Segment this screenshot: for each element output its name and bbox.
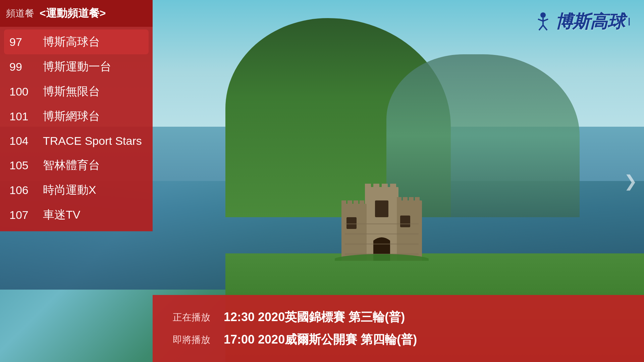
- channel-item-107[interactable]: 107車迷TV: [0, 202, 153, 227]
- channel-logo: 博斯高球 Ⅰ: [534, 10, 631, 34]
- channel-number: 101: [9, 110, 36, 123]
- svg-rect-9: [347, 200, 352, 206]
- svg-rect-3: [397, 200, 422, 261]
- channel-number: 107: [9, 208, 36, 222]
- svg-line-27: [543, 19, 548, 21]
- info-bar: 正在播放12:30 2020英國錦標賽 第三輪(普)即將播放17:00 2020…: [153, 295, 644, 362]
- svg-rect-10: [354, 200, 358, 206]
- logo-icon: [534, 12, 552, 32]
- sidebar-header: 頻道餐 <運動頻道餐>: [0, 0, 153, 27]
- svg-line-26: [538, 19, 543, 21]
- program-row: 正在播放12:30 2020英國錦標賽 第三輪(普): [173, 309, 624, 325]
- channel-name: 博斯無限台: [43, 84, 100, 99]
- channel-name: TRACE Sport Stars: [43, 134, 142, 147]
- svg-rect-14: [409, 197, 414, 203]
- section-title: <運動頻道餐>: [40, 6, 106, 21]
- castle: [335, 154, 429, 261]
- svg-rect-2: [341, 204, 367, 261]
- channel-number: 100: [9, 85, 36, 98]
- channel-name: 時尚運動X: [43, 182, 96, 198]
- svg-rect-7: [390, 184, 396, 190]
- svg-line-29: [543, 25, 547, 30]
- svg-rect-18: [400, 216, 410, 227]
- channel-item-104[interactable]: 104TRACE Sport Stars: [0, 129, 153, 153]
- program-status: 正在播放: [173, 311, 210, 324]
- svg-rect-8: [341, 200, 346, 206]
- svg-rect-16: [375, 200, 388, 217]
- breadcrumb: 頻道餐: [6, 7, 34, 20]
- svg-rect-11: [360, 200, 364, 206]
- channel-number: 97: [9, 36, 36, 49]
- channel-name: 博斯運動一台: [43, 59, 111, 74]
- channel-item-106[interactable]: 106時尚運動X: [0, 178, 153, 202]
- sidebar: 頻道餐 <運動頻道餐> 97博斯高球台99博斯運動一台100博斯無限台101博斯…: [0, 0, 153, 231]
- channel-name: 博斯高球台: [43, 34, 100, 50]
- channel-item-97[interactable]: 97博斯高球台: [4, 29, 149, 54]
- channel-item-99[interactable]: 99博斯運動一台: [0, 54, 153, 79]
- program-title: 17:00 2020威爾斯公開賽 第四輪(普): [224, 331, 417, 348]
- channel-number: 106: [9, 184, 36, 197]
- channel-item-105[interactable]: 105智林體育台: [0, 153, 153, 178]
- svg-rect-12: [397, 197, 401, 203]
- channel-name: 車迷TV: [43, 207, 80, 223]
- svg-rect-5: [373, 184, 379, 190]
- logo-brand-text: 博斯高球: [555, 10, 625, 34]
- svg-rect-6: [382, 184, 388, 190]
- channel-name: 博斯網球台: [43, 109, 100, 124]
- channel-list: 97博斯高球台99博斯運動一台100博斯無限台101博斯網球台104TRACE …: [0, 27, 153, 231]
- logo-sub-text: Ⅰ: [628, 15, 631, 28]
- channel-item-108[interactable]: 108GINX Esports TV: [0, 227, 153, 231]
- channel-item-101[interactable]: 101博斯網球台: [0, 104, 153, 129]
- channel-number: 99: [9, 60, 36, 73]
- channel-item-100[interactable]: 100博斯無限台: [0, 79, 153, 104]
- svg-rect-4: [365, 184, 371, 190]
- svg-rect-15: [415, 197, 420, 203]
- svg-line-28: [539, 25, 543, 30]
- program-title: 12:30 2020英國錦標賽 第三輪(普): [224, 309, 405, 325]
- svg-point-24: [540, 12, 546, 18]
- channel-number: 105: [9, 159, 36, 172]
- channel-name: 智林體育台: [43, 158, 100, 173]
- svg-rect-17: [346, 217, 357, 229]
- scroll-arrow-icon: ❯: [624, 172, 637, 190]
- svg-rect-13: [403, 197, 408, 203]
- program-status: 即將播放: [173, 334, 210, 346]
- program-row: 即將播放17:00 2020威爾斯公開賽 第四輪(普): [173, 331, 624, 348]
- channel-number: 104: [9, 134, 36, 147]
